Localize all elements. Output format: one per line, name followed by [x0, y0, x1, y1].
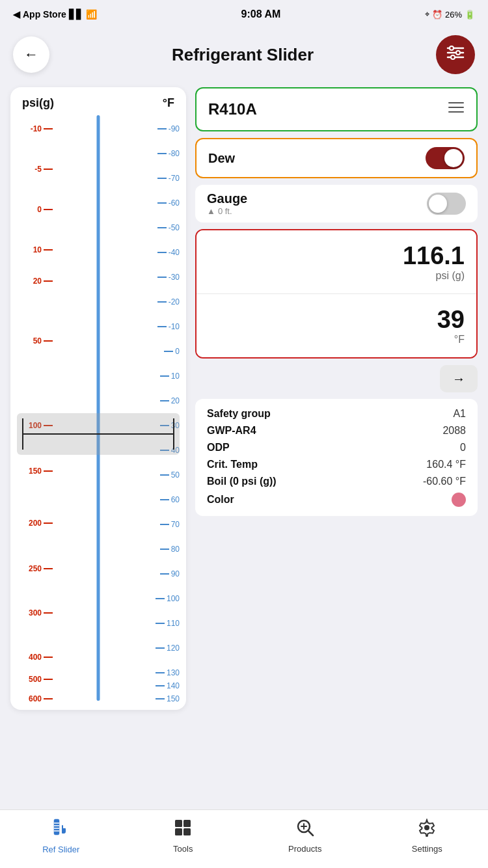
info-label-gwp: GWP-AR4 [207, 425, 256, 437]
tick-mark [156, 598, 165, 599]
back-button[interactable]: ← [13, 36, 49, 73]
tick-label: 100 [167, 594, 180, 603]
tick-row: 250 [17, 564, 53, 573]
info-value-safety: A1 [453, 408, 466, 420]
nav-products[interactable]: Products [244, 819, 366, 854]
tick-row: 120 [121, 644, 180, 653]
tick-row: 100 [121, 594, 180, 603]
dew-toggle-switch[interactable] [426, 147, 465, 169]
list-icon[interactable] [448, 101, 465, 118]
temperature-unit: °F [208, 334, 465, 346]
info-value-boil: -60.60 °F [423, 476, 466, 487]
tick-row: 0 [17, 205, 53, 214]
tick-row: -5 [17, 165, 53, 174]
tick-mark [157, 326, 167, 327]
bottom-nav: Ref Slider Tools Products [0, 809, 488, 868]
tools-icon [174, 819, 192, 841]
ruler-right-header: °F [163, 96, 174, 110]
status-battery: ⌖ ⏰ 26% 🔋 [425, 9, 475, 20]
tick-mark [44, 209, 53, 210]
wifi-icon: 📶 [86, 9, 97, 20]
tick-label: 250 [17, 564, 42, 573]
tick-row: -60 [121, 198, 180, 208]
tick-row: 150 [121, 694, 180, 703]
tick-row: 20 [17, 277, 53, 286]
svg-rect-14 [175, 820, 182, 827]
svg-rect-16 [175, 828, 182, 835]
tick-mark [44, 568, 53, 569]
tick-mark [44, 280, 53, 282]
settings-icon [418, 819, 436, 841]
tick-row: -50 [121, 223, 180, 232]
tick-mark [44, 169, 53, 170]
tick-label: 110 [167, 619, 180, 628]
tick-label: -5 [17, 165, 42, 174]
status-carrier: ◀ App Store ▋▋ 📶 [13, 9, 97, 20]
tick-row: 0 [121, 347, 180, 356]
info-label-crit-temp: Crit. Temp [207, 459, 258, 470]
tick-label: 90 [171, 569, 180, 578]
back-arrow-icon: ◀ [13, 9, 20, 20]
tick-label: -50 [169, 223, 180, 232]
tick-label: 10 [17, 245, 42, 254]
status-time: 9:08 AM [241, 8, 281, 20]
tick-label: 60 [171, 495, 180, 504]
svg-point-5 [451, 55, 455, 59]
tick-mark [156, 623, 165, 624]
refrigerant-name: R410A [208, 100, 257, 118]
temperature-reading: 39 °F [197, 293, 476, 357]
slider-zone[interactable] [17, 413, 180, 455]
svg-point-4 [456, 51, 460, 55]
info-label-safety: Safety group [207, 408, 271, 420]
refrigerant-selector[interactable]: R410A [195, 87, 478, 131]
tick-row: -10 [17, 124, 53, 133]
gauge-toggle-switch[interactable] [427, 193, 466, 215]
gauge-label: Gauge [207, 191, 247, 206]
tick-row: -30 [121, 273, 180, 282]
gauge-info: Gauge ▲ 0 ft. [207, 191, 247, 216]
info-row-color: Color [207, 493, 466, 507]
filter-button[interactable] [436, 35, 475, 74]
header: ← Refrigerant Slider [0, 29, 488, 85]
tick-label: 200 [17, 519, 42, 528]
ruler-scale-area[interactable]: -10 -5 0 10 20 [17, 115, 180, 701]
tick-label: -90 [169, 124, 180, 133]
pressure-value: 116.1 [208, 242, 465, 270]
tick-mark [160, 499, 169, 500]
tick-row: 10 [121, 372, 180, 381]
tick-row: 140 [121, 681, 180, 690]
nav-label-settings: Settings [412, 844, 442, 854]
products-icon [296, 819, 314, 841]
tick-row: 400 [17, 653, 53, 662]
tick-row: 60 [121, 495, 180, 504]
info-label-boil: Boil (0 psi (g)) [207, 476, 277, 487]
tick-label: 20 [17, 277, 42, 286]
tick-mark [44, 128, 53, 129]
tick-label: 120 [167, 644, 180, 653]
nav-tools[interactable]: Tools [122, 819, 245, 854]
tick-label: 150 [167, 694, 180, 703]
nav-ref-slider[interactable]: Ref Slider [0, 818, 122, 854]
tick-mark [157, 128, 167, 129]
info-row-safety: Safety group A1 [207, 408, 466, 420]
tick-label: 0 [175, 347, 180, 356]
tick-row: 50 [17, 336, 53, 346]
tick-label: -70 [169, 174, 180, 183]
slider-horizontal-line [22, 433, 174, 435]
tick-mark [44, 679, 53, 680]
tick-mark [44, 657, 53, 658]
tick-label: 150 [17, 467, 42, 476]
tick-label: -80 [169, 149, 180, 158]
svg-rect-17 [183, 828, 191, 835]
tick-mark [156, 647, 165, 649]
tick-mark [156, 698, 165, 699]
tick-label: 500 [17, 675, 42, 684]
tick-mark [160, 573, 169, 575]
tick-row: -70 [121, 174, 180, 183]
tick-mark [157, 301, 167, 303]
center-bar [97, 115, 100, 701]
info-row-boil: Boil (0 psi (g)) -60.60 °F [207, 476, 466, 487]
tick-row: 600 [17, 694, 53, 703]
arrow-button[interactable]: → [440, 365, 478, 392]
nav-settings[interactable]: Settings [366, 819, 489, 854]
